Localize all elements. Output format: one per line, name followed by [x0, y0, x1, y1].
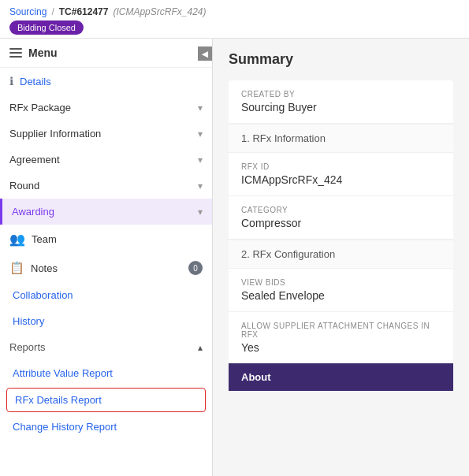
- category-value: Compressor: [241, 217, 441, 229]
- sidebar-collapse-button[interactable]: ◀: [198, 46, 212, 61]
- view-bids-block: VIEW BIDS Sealed Envelope: [229, 269, 453, 312]
- sidebar-item-label: Agreement: [9, 154, 60, 165]
- sidebar-item-label: RFx Package: [9, 102, 71, 113]
- created-by-label: CREATED BY: [241, 90, 441, 99]
- category-block: CATEGORY Compressor: [229, 196, 453, 240]
- sidebar-item-history[interactable]: History: [0, 308, 212, 334]
- rfx-id-label: RFX ID: [241, 162, 441, 171]
- sidebar-item-label: Reports: [9, 341, 46, 353]
- breadcrumb-separator: /: [51, 6, 54, 17]
- panel-title: Summary: [229, 51, 453, 68]
- menu-label: Menu: [28, 46, 58, 59]
- created-by-value: Sourcing Buyer: [241, 101, 441, 113]
- sidebar: Menu ◀ ℹ Details RFx Package ▾ Supplier …: [0, 39, 213, 476]
- sidebar-item-team[interactable]: 👥 Team: [0, 225, 212, 254]
- sidebar-menu-header: Menu ◀: [0, 39, 212, 68]
- created-by-block: CREATED BY Sourcing Buyer: [229, 80, 453, 124]
- tc-id: TC#612477: [59, 6, 109, 17]
- breadcrumb-sourcing[interactable]: Sourcing: [9, 6, 47, 17]
- bidding-closed-badge: Bidding Closed: [9, 20, 84, 35]
- view-bids-label: VIEW BIDS: [241, 278, 441, 287]
- sidebar-item-agreement[interactable]: Agreement ▾: [0, 147, 212, 173]
- chevron-up-icon: ▴: [198, 342, 203, 353]
- sidebar-item-notes[interactable]: 📋 Notes 0: [0, 254, 212, 282]
- sidebar-item-rfx-package[interactable]: RFx Package ▾: [0, 95, 212, 121]
- sidebar-item-supplier-information[interactable]: Supplier Information ▾: [0, 121, 212, 147]
- sidebar-item-label: Attribute Value Report: [13, 367, 113, 379]
- team-icon: 👥: [9, 232, 25, 247]
- sidebar-item-label: Change History Report: [13, 421, 117, 433]
- sidebar-item-label: Team: [32, 233, 57, 245]
- rfx-id-block: RFX ID ICMAppSrcRFx_424: [229, 153, 453, 196]
- summary-section: CREATED BY Sourcing Buyer 1. RFx Informa…: [229, 80, 453, 363]
- sidebar-item-label: RFx Details Report: [15, 394, 102, 406]
- rfx-id-value: ICMAppSrcRFx_424: [241, 173, 441, 186]
- breadcrumb: Sourcing / TC#612477 (ICMAppSrcRFx_424): [9, 6, 460, 17]
- sidebar-item-change-history-report[interactable]: Change History Report: [0, 414, 212, 440]
- allow-supplier-block: ALLOW SUPPLIER ATTACHMENT CHANGES IN RFX…: [229, 312, 453, 363]
- sidebar-item-awarding[interactable]: Awarding ▾: [0, 199, 212, 225]
- view-bids-value: Sealed Envelope: [241, 289, 441, 302]
- section1-header: 1. RFx Information: [229, 124, 453, 153]
- sidebar-item-label: History: [13, 315, 44, 327]
- sidebar-item-attribute-value-report[interactable]: Attribute Value Report: [0, 360, 212, 386]
- right-panel: Summary CREATED BY Sourcing Buyer 1. RFx…: [213, 39, 469, 476]
- sidebar-item-label: Round: [9, 180, 39, 192]
- sidebar-item-collaboration[interactable]: Collaboration: [0, 282, 212, 308]
- chevron-down-icon: ▾: [198, 102, 203, 113]
- sidebar-item-label: Supplier Information: [9, 128, 101, 139]
- chevron-down-icon: ▾: [198, 128, 203, 139]
- rfx-name: (ICMAppSrcRFx_424): [113, 6, 206, 17]
- chevron-down-icon: ▾: [198, 206, 203, 218]
- sidebar-section-reports[interactable]: Reports ▴: [0, 334, 212, 360]
- sidebar-item-round[interactable]: Round ▾: [0, 173, 212, 199]
- chevron-down-icon: ▾: [198, 180, 203, 192]
- sidebar-item-label: Details: [20, 76, 51, 87]
- menu-toggle[interactable]: [9, 48, 22, 58]
- category-label: CATEGORY: [241, 206, 441, 214]
- allow-supplier-label: ALLOW SUPPLIER ATTACHMENT CHANGES IN RFX: [241, 322, 441, 339]
- about-bar: About: [229, 363, 453, 391]
- sidebar-item-details[interactable]: ℹ Details: [0, 68, 212, 95]
- sidebar-item-label: Awarding: [12, 206, 54, 218]
- sidebar-item-label: Notes: [31, 262, 58, 274]
- notes-badge: 0: [188, 261, 203, 275]
- sidebar-item-rfx-details-report[interactable]: RFx Details Report: [6, 388, 206, 412]
- notes-icon: 📋: [9, 261, 24, 275]
- allow-supplier-value: Yes: [241, 341, 441, 354]
- chevron-down-icon: ▾: [198, 154, 203, 165]
- page-header: Sourcing / TC#612477 (ICMAppSrcRFx_424) …: [0, 0, 469, 39]
- main-layout: Menu ◀ ℹ Details RFx Package ▾ Supplier …: [0, 39, 469, 476]
- sidebar-item-label: Collaboration: [13, 289, 73, 301]
- section2-header: 2. RFx Configuration: [229, 240, 453, 269]
- info-icon: ℹ: [9, 75, 13, 87]
